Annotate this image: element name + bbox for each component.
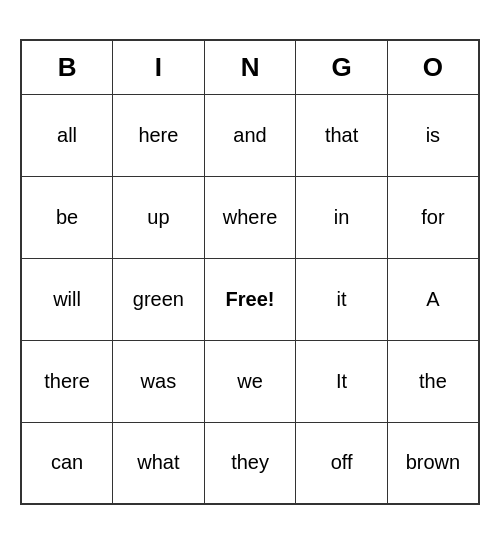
bingo-cell-0-0: all [21, 94, 113, 176]
bingo-cell-4-2: they [204, 422, 296, 504]
bingo-cell-3-1: was [113, 340, 205, 422]
bingo-cell-1-2: where [204, 176, 296, 258]
bingo-cell-2-0: will [21, 258, 113, 340]
bingo-cell-4-3: off [296, 422, 387, 504]
bingo-header-O: O [387, 40, 479, 94]
bingo-cell-3-2: we [204, 340, 296, 422]
bingo-cell-2-2: Free! [204, 258, 296, 340]
bingo-cell-0-2: and [204, 94, 296, 176]
bingo-cell-2-4: A [387, 258, 479, 340]
bingo-cell-1-0: be [21, 176, 113, 258]
bingo-card: BINGO allhereandthatisbeupwhereinforwill… [20, 39, 480, 505]
bingo-header-I: I [113, 40, 205, 94]
bingo-row-3: therewasweItthe [21, 340, 479, 422]
bingo-cell-4-4: brown [387, 422, 479, 504]
bingo-cell-0-3: that [296, 94, 387, 176]
bingo-header-G: G [296, 40, 387, 94]
bingo-row-1: beupwhereinfor [21, 176, 479, 258]
bingo-cell-3-0: there [21, 340, 113, 422]
bingo-cell-0-4: is [387, 94, 479, 176]
bingo-cell-3-4: the [387, 340, 479, 422]
bingo-cell-4-0: can [21, 422, 113, 504]
bingo-header-N: N [204, 40, 296, 94]
bingo-row-2: willgreenFree!itA [21, 258, 479, 340]
bingo-cell-2-1: green [113, 258, 205, 340]
bingo-cell-2-3: it [296, 258, 387, 340]
bingo-cell-1-1: up [113, 176, 205, 258]
bingo-row-0: allhereandthatis [21, 94, 479, 176]
bingo-cell-4-1: what [113, 422, 205, 504]
bingo-cell-0-1: here [113, 94, 205, 176]
bingo-cell-1-3: in [296, 176, 387, 258]
bingo-cell-1-4: for [387, 176, 479, 258]
bingo-cell-3-3: It [296, 340, 387, 422]
bingo-header-B: B [21, 40, 113, 94]
bingo-row-4: canwhattheyoffbrown [21, 422, 479, 504]
